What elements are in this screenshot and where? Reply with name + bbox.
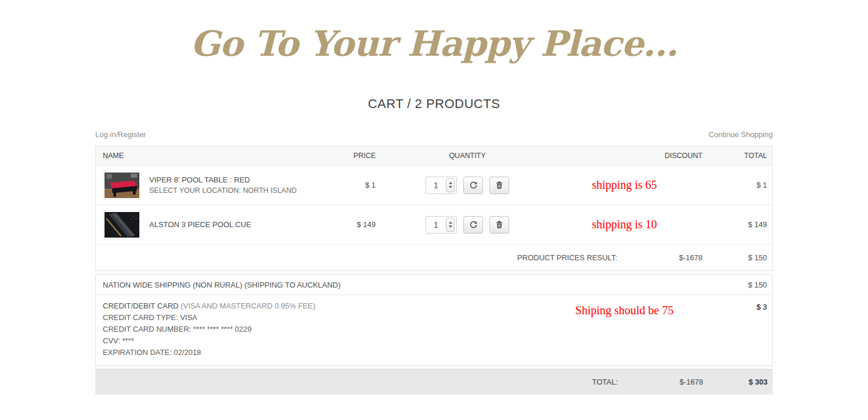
trash-icon (495, 181, 503, 189)
shipping-row: NATION WIDE SHIPPING (NON RURAL) (SHIPPI… (96, 275, 772, 295)
cart-product-row: VIPER 8' POOL TABLE : RED SELECT YOUR LO… (96, 166, 772, 205)
payment-fee-total: $ 3 (707, 300, 772, 311)
column-header-total: TOTAL (707, 152, 772, 160)
quantity-stepper (426, 177, 457, 194)
spinner-down-icon (449, 225, 452, 228)
quantity-input[interactable] (426, 178, 446, 193)
product-name: ALSTON 3 PIECE POOL CUE (149, 219, 251, 230)
column-header-quantity: QUANTITY (376, 152, 559, 160)
pool-cue-photo-placeholder (105, 212, 139, 238)
spinner-down-icon (449, 186, 452, 188)
grand-total-discount: $-1678 (618, 378, 708, 386)
quantity-input[interactable] (426, 217, 446, 232)
payment-shipping-annotation: Shiping should be 75 (559, 300, 707, 317)
product-prices-result-label: PRODUCT PRICES RESULT: (96, 253, 617, 262)
refresh-icon (469, 181, 478, 189)
quantity-spinner-buttons[interactable] (446, 218, 455, 232)
product-line-total: $ 149 (707, 220, 772, 229)
site-banner: Go To Your Happy Place... (0, 23, 868, 64)
shipping-annotation: shipping is 65 (559, 178, 707, 192)
cart-product-row: ALSTON 3 PIECE POOL CUE $ 149 (96, 205, 772, 245)
continue-shopping-link[interactable]: Continue Shopping (708, 130, 773, 139)
payment-fee-note: (VISA AND MASTERCARD 0.95% FEE) (181, 301, 315, 310)
payment-method-title: CREDIT/DEBIT CARD (103, 301, 179, 310)
product-prices-result-total: $ 150 (707, 253, 772, 262)
credit-card-type: CREDIT CARD TYPE: VISA (103, 312, 559, 324)
update-quantity-button[interactable] (463, 216, 483, 234)
cart-heading: CART / 2 PRODUCTS (0, 96, 868, 112)
product-option: SELECT YOUR LOCATION: NORTH ISLAND (149, 185, 297, 196)
shipping-annotation: shipping is 10 (559, 218, 707, 231)
cart-table-header: NAME PRICE QUANTITY DISCOUNT TOTAL (96, 146, 772, 166)
credit-card-expiration: EXPIRATION DATE: 02/2018 (103, 347, 559, 358)
product-prices-result-row: PRODUCT PRICES RESULT: $-1678 $ 150 (96, 245, 772, 270)
credit-card-cvv: CVV: **** (103, 335, 559, 347)
product-thumbnail-pool-table (103, 171, 141, 200)
pool-table-photo-placeholder (105, 173, 139, 198)
credit-card-number: CREDIT CARD NUMBER: **** **** **** 0229 (103, 324, 559, 335)
product-price: $ 149 (315, 220, 376, 229)
grand-total-label: TOTAL: (95, 378, 618, 386)
product-name: VIPER 8' POOL TABLE : RED (149, 174, 297, 185)
column-header-discount: DISCOUNT (559, 152, 707, 160)
product-prices-result-discount: $-1678 (617, 253, 707, 262)
grand-total-amount: $ 303 (708, 378, 773, 386)
quantity-spinner-buttons[interactable] (446, 178, 455, 192)
cart-table: NAME PRICE QUANTITY DISCOUNT TOTAL (95, 146, 773, 271)
product-thumbnail-pool-cue (103, 210, 141, 239)
refresh-icon (469, 220, 478, 229)
remove-item-button[interactable] (489, 216, 509, 234)
banner-title: Go To Your Happy Place... (0, 23, 868, 64)
column-header-price: PRICE (315, 152, 376, 160)
grand-total-row: TOTAL: $-1678 $ 303 (95, 369, 773, 394)
remove-item-button[interactable] (489, 177, 509, 194)
product-price: $ 1 (315, 181, 376, 189)
payment-row: CREDIT/DEBIT CARD (VISA AND MASTERCARD 0… (96, 295, 772, 365)
update-quantity-button[interactable] (463, 177, 483, 194)
trash-icon (495, 220, 503, 229)
spinner-up-icon (449, 221, 452, 224)
spinner-up-icon (449, 182, 452, 184)
shipping-method-label: NATION WIDE SHIPPING (NON RURAL) (SHIPPI… (96, 281, 707, 289)
cart-links-row: Log in/Register Continue Shopping (95, 130, 773, 139)
quantity-stepper (426, 216, 457, 234)
login-register-link[interactable]: Log in/Register (95, 130, 146, 139)
shipping-payment-table: NATION WIDE SHIPPING (NON RURAL) (SHIPPI… (95, 274, 773, 366)
column-header-name: NAME (96, 152, 315, 160)
product-line-total: $ 1 (707, 181, 772, 189)
shipping-total: $ 150 (707, 281, 772, 289)
